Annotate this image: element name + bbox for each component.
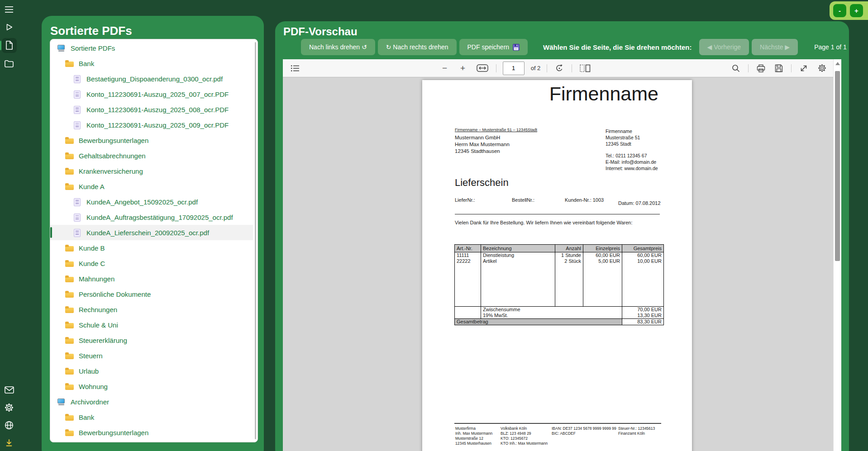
scrollbar-up-arrow[interactable] (835, 62, 840, 65)
play-icon[interactable] (4, 22, 14, 32)
summary-labels-cell: Zwischensumme19% MwSt. (481, 307, 622, 319)
save-icon[interactable] (773, 62, 785, 74)
tree-item[interactable]: Bank (50, 409, 253, 425)
folder-icon (65, 352, 74, 360)
kunden-nr-label: Kunden-Nr.: 1003 (565, 197, 604, 203)
tree-item[interactable]: Krankenversicherung (50, 163, 253, 179)
tree-scrollbar[interactable] (255, 42, 256, 439)
fullscreen-icon[interactable] (798, 62, 810, 74)
tree-item-label: Bank (79, 60, 94, 67)
table-cell: Artikel (481, 258, 555, 264)
tree-item-label: Bestaetigung_Dispoaenderung_0300_ocr.pdf (86, 75, 223, 83)
rotate-page-icon[interactable] (553, 62, 565, 74)
tree-item[interactable]: Sortierte PDFs (50, 40, 253, 56)
viewer-settings-icon[interactable] (816, 62, 828, 74)
page-count-label: of 2 (531, 65, 541, 71)
page-footer: MusterfirmaInh. Max MustermannMusterstra… (454, 423, 661, 451)
tree-item-label: Konto_112230691-Auszug_2025_009_ocr.PDF (86, 121, 229, 129)
table-cell (583, 264, 622, 307)
tree-item[interactable]: Kunde C (50, 256, 253, 271)
file-tree-card: Sortierte PDFsBankBestaetigung_Dispoaend… (50, 39, 258, 442)
zoom-in-button[interactable]: + (850, 4, 863, 17)
text-line: 12345 Stadt (606, 141, 640, 147)
viewer-zoom-in-icon[interactable]: + (457, 62, 469, 74)
tree-item[interactable]: Mahnungen (50, 271, 253, 286)
toolbar-separator (748, 64, 749, 72)
fit-to-width-icon[interactable] (475, 62, 490, 74)
tree-item[interactable]: KundeA_Lieferschein_20092025_ocr.pdf (50, 225, 253, 240)
tree-item[interactable]: Wohnung (50, 379, 253, 394)
tree-item[interactable]: Steuererklärung (50, 332, 253, 348)
file-icon (73, 106, 81, 114)
toc-sidebar-icon[interactable] (289, 62, 301, 74)
tree-item-label: KundeA_Auftragsbestätigung_17092025_ocr.… (86, 214, 233, 221)
download-icon[interactable] (4, 438, 14, 448)
text-line: 12345 Musterhausen (455, 441, 492, 446)
tree-item[interactable]: Konto_112230691-Auszug_2025_008_ocr.PDF (50, 102, 253, 117)
folder-icon (65, 429, 74, 437)
tree-item[interactable]: Steuern (50, 348, 253, 363)
search-icon[interactable] (730, 62, 742, 74)
contact-details: Tel.: 0211 12345 67E-Mail: info@domain.d… (606, 152, 658, 171)
tree-item[interactable]: Kunde B (50, 240, 253, 256)
settings-icon[interactable] (4, 403, 14, 413)
tree-item[interactable]: Archivordner (50, 394, 253, 409)
tree-item[interactable]: Bewerbungsunterlagen (50, 425, 253, 440)
print-icon[interactable] (755, 62, 767, 74)
tree-item-label: Krankenversicherung (79, 167, 143, 175)
file-icon (73, 214, 81, 221)
pdf-preview-title: PDF-Vorschau (283, 25, 358, 38)
file-icon (73, 121, 81, 129)
table-cell: 2 Stück (555, 258, 583, 264)
folder-icon (65, 413, 74, 421)
table-cell (455, 307, 481, 319)
tree-item[interactable]: Gehaltsabrechnungen (50, 148, 253, 163)
table-total-row: Gesamtbetrag83,30 EUR (455, 319, 664, 325)
mail-icon[interactable] (4, 385, 14, 395)
tree-item-label: Urlaub (79, 367, 99, 375)
zoom-out-button[interactable]: - (833, 4, 846, 17)
page-view-icon[interactable] (578, 62, 592, 74)
previous-page-button[interactable]: ◀ Vorherige (699, 39, 749, 55)
table-row: 11111Dienstleistung1 Stunde60,00 EUR60,0… (455, 252, 664, 259)
document-icon[interactable] (4, 40, 14, 50)
rotate-left-button[interactable]: Nach links drehen ↺ (301, 39, 375, 55)
tree-item[interactable]: Konto_112230691-Auszug_2025_009_ocr.PDF (50, 117, 253, 133)
viewer-zoom-out-icon[interactable]: − (439, 62, 451, 74)
viewer-scrollbar[interactable] (833, 59, 841, 451)
app-window: - + Sortierte PDFs Sortierte PDFsBankBes… (0, 0, 868, 451)
tree-item[interactable]: Bewerbungsunterlagen (50, 133, 253, 148)
folder-icon (65, 137, 74, 144)
tree-item[interactable]: Persönliche Dokumente (50, 286, 253, 302)
globe-icon[interactable] (4, 420, 14, 430)
tree-item[interactable]: Konto_112230691-Auszug_2025_007_ocr.PDF (50, 86, 253, 102)
tree-item[interactable]: Rechnungen (50, 302, 253, 317)
tree-item[interactable]: KundeA_Angebot_15092025_ocr.pdf (50, 194, 253, 209)
tree-item[interactable]: Kunde A (50, 179, 253, 194)
rotate-right-button[interactable]: ↻ Nach rechts drehen (378, 39, 457, 55)
folder-icon (65, 183, 74, 190)
menu-icon[interactable] (4, 5, 14, 14)
summary-values-cell: 70,00 EUR13,30 EUR (622, 307, 664, 319)
tree-item[interactable]: Bank (50, 56, 253, 71)
tree-item[interactable]: Bestaetigung_Dispoaenderung_0300_ocr.pdf (50, 71, 253, 86)
folder-icon (65, 383, 74, 390)
text-line: Inh. Max Mustermann (455, 431, 492, 436)
scrollbar-thumb[interactable] (835, 71, 840, 261)
datum-label: Datum: 07.08.2012 (618, 200, 661, 206)
text-line: Firmenname (606, 128, 640, 134)
tree-item[interactable]: Urlaub (50, 363, 253, 379)
footer-iban-col: IBAN: DE37 1234 5678 9999 9999 99BIC: AB… (552, 426, 616, 436)
next-page-button[interactable]: Nächste ▶ (752, 39, 798, 55)
file-icon (73, 229, 81, 237)
table-cell: 60,00 EUR (622, 252, 664, 259)
folder-icon (65, 290, 74, 298)
tree-item[interactable]: Schule & Uni (50, 317, 253, 332)
text-line: Steuer-Nr.: 12345613 (618, 426, 655, 431)
folder-icon (65, 60, 74, 67)
tree-item[interactable]: KundeA_Auftragsbestätigung_17092025_ocr.… (50, 209, 253, 225)
folder-icon[interactable] (4, 58, 14, 68)
save-pdf-button[interactable]: PDF speichern (459, 39, 528, 55)
tree-item-label: Kunde C (79, 260, 105, 267)
page-number-input[interactable] (503, 62, 525, 75)
